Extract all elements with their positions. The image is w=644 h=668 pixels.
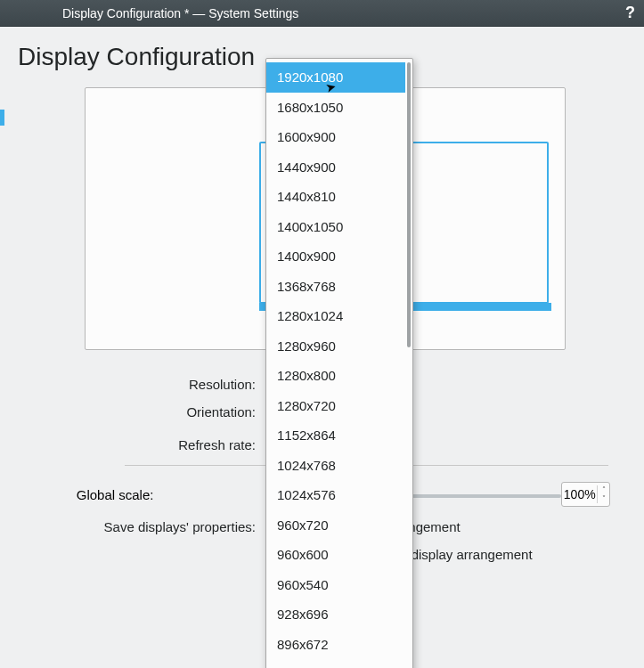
orientation-label: Orientation: (36, 404, 263, 420)
global-scale-value: 100% (562, 487, 597, 501)
chevron-down-icon[interactable]: ˅ (598, 494, 609, 503)
content-area: Display Configuration Resolution: Orient… (0, 27, 644, 668)
global-scale-spinbox[interactable]: 100% ˄ ˅ (561, 482, 610, 507)
resolution-option[interactable]: 928x696 (266, 599, 405, 630)
resolution-option[interactable]: 1440x810 (266, 182, 405, 212)
resolution-option[interactable]: 960x540 (266, 570, 405, 600)
dropdown-scrollbar[interactable] (405, 59, 412, 668)
resolution-option[interactable]: 1280x1024 (266, 301, 405, 331)
resolution-option[interactable]: 1280x720 (266, 391, 405, 421)
resolution-option-list: 1920x10801680x10501600x9001440x9001440x8… (266, 59, 405, 668)
titlebar: Display Configuration * — System Setting… (0, 0, 644, 27)
save-properties-label: Save displays' properties: (36, 519, 263, 534)
chevron-up-icon[interactable]: ˄ (598, 485, 609, 494)
resolution-option[interactable]: 960x720 (266, 510, 405, 541)
resolution-option[interactable]: 1368x768 (266, 272, 405, 302)
global-scale-label: Global scale: (36, 487, 160, 502)
resolution-option[interactable]: 864x486 (266, 659, 405, 668)
refresh-rate-label: Refresh rate: (36, 437, 263, 452)
resolution-dropdown-popup[interactable]: 1920x10801680x10501600x9001440x9001440x8… (265, 58, 413, 668)
resolution-label: Resolution: (36, 377, 263, 392)
resolution-option[interactable]: 1152x864 (266, 420, 405, 451)
resolution-option[interactable]: 960x600 (266, 540, 405, 570)
window-title: Display Configuration * — System Setting… (9, 6, 625, 20)
resolution-option[interactable]: 1400x1050 (266, 212, 405, 242)
scrollbar-thumb[interactable] (407, 62, 411, 347)
resolution-option[interactable]: 1280x800 (266, 361, 405, 391)
resolution-option[interactable]: 1440x900 (266, 152, 405, 183)
resolution-option[interactable]: 1400x900 (266, 241, 405, 272)
accent-bar (0, 110, 4, 126)
resolution-option[interactable]: 1920x1080 (266, 62, 405, 93)
resolution-option[interactable]: 1024x576 (266, 480, 405, 510)
resolution-option[interactable]: 1680x1050 (266, 93, 405, 123)
help-icon[interactable]: ? (625, 4, 635, 22)
spin-buttons[interactable]: ˄ ˅ (597, 485, 609, 503)
resolution-option[interactable]: 896x672 (266, 630, 405, 660)
resolution-option[interactable]: 1024x768 (266, 451, 405, 481)
resolution-option[interactable]: 1280x960 (266, 331, 405, 362)
resolution-option[interactable]: 1600x900 (266, 122, 405, 152)
